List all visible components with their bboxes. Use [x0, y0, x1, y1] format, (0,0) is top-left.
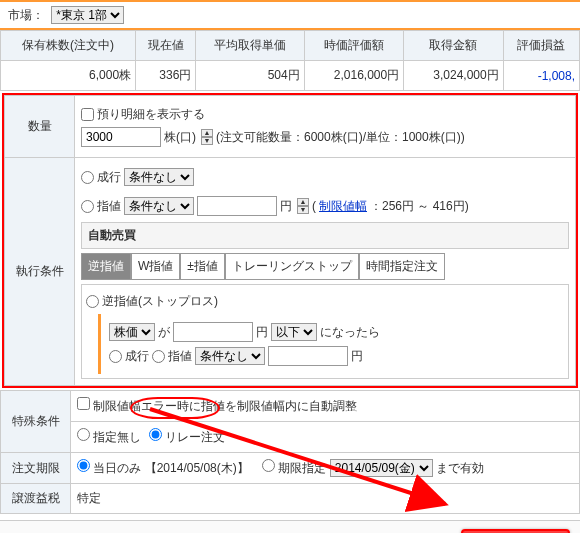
th-shares: 保有株数(注文中): [1, 31, 136, 61]
market-radio[interactable]: [81, 171, 94, 184]
special-label: 特殊条件: [1, 391, 71, 453]
period-txt: 期限指定: [278, 461, 326, 475]
market-bar: 市場： *東京 1部: [0, 0, 580, 30]
market-select[interactable]: *東京 1部: [51, 6, 124, 24]
exec-label: 執行条件: [5, 158, 75, 386]
tab-w[interactable]: W指値: [131, 253, 180, 280]
yen2: 円: [256, 324, 268, 341]
auto-adjust-cell: 制限値幅エラー時に指値を制限値幅内に自動調整: [71, 391, 580, 422]
show-detail-label: 預り明細を表示する: [97, 106, 205, 123]
special-none-radio[interactable]: [77, 428, 90, 441]
yen3: 円: [351, 348, 363, 365]
auto-adjust-checkbox[interactable]: [77, 397, 90, 410]
ga: が: [158, 324, 170, 341]
sl-limit-txt: 指値: [168, 348, 192, 365]
limit-spinner[interactable]: ▲▼: [297, 198, 309, 214]
limit-label-txt: 指値: [97, 198, 121, 215]
qty-cell: 預り明細を表示する 株(口) ▲▼ (注文可能数量：6000株(口)/単位：10…: [75, 96, 576, 158]
market-label-txt: 成行: [97, 169, 121, 186]
ninattara: になったら: [320, 324, 380, 341]
show-detail-checkbox[interactable]: [81, 108, 94, 121]
tab-time[interactable]: 時間指定注文: [359, 253, 445, 280]
confirm-button[interactable]: 確認画面へ: [461, 529, 570, 533]
auto-trade-title: 自動売買: [81, 222, 569, 249]
price-type-select[interactable]: 株価: [109, 323, 155, 341]
main-order-box: 数量 預り明細を表示する 株(口) ▲▼ (注文可能数量：6000株(口)/単位…: [2, 93, 578, 388]
table-row: 6,000株 336円 504円 2,016,000円 3,024,000円 -…: [1, 61, 580, 91]
period-date-select[interactable]: 2014/05/09(金): [330, 459, 433, 477]
limit-range-link[interactable]: 制限値幅: [319, 198, 367, 215]
auto-tabs: 逆指値 W指値 ±指値 トレーリングストップ 時間指定注文: [81, 253, 569, 280]
sl-cond-select[interactable]: 条件なし: [195, 347, 265, 365]
qty-input[interactable]: [81, 127, 161, 147]
th-avg: 平均取得単価: [196, 31, 304, 61]
tab-plusminus[interactable]: ±指値: [180, 253, 225, 280]
period-label: 注文期限: [1, 453, 71, 484]
limit-radio[interactable]: [81, 200, 94, 213]
period-suffix: まで有効: [436, 461, 484, 475]
confirm-row: 確認画面へ: [0, 520, 580, 533]
limit-price-input[interactable]: [197, 196, 277, 216]
sl-market-radio[interactable]: [109, 350, 122, 363]
tab-trailing[interactable]: トレーリングストップ: [225, 253, 359, 280]
th-pl: 評価損益: [503, 31, 579, 61]
relay-txt: リレー注文: [165, 430, 225, 444]
relay-radio[interactable]: [149, 428, 162, 441]
special-none-txt: 指定無し: [93, 430, 141, 444]
special-cell: 指定無し リレー注文: [71, 422, 580, 453]
tax-label: 譲渡益税: [1, 484, 71, 514]
limit-cond-select[interactable]: 条件なし: [124, 197, 194, 215]
period-radio[interactable]: [262, 459, 275, 472]
tax-value: 特定: [71, 484, 580, 514]
sl-price-input[interactable]: [268, 346, 348, 366]
th-mkt-val: 時価評価額: [304, 31, 404, 61]
stoploss-label: 逆指値(ストップロス): [102, 293, 218, 310]
qty-unit: 株(口): [164, 129, 196, 146]
today-txt: 当日のみ: [93, 461, 141, 475]
market-label: 市場：: [8, 8, 44, 22]
qty-spinner[interactable]: ▲▼: [201, 129, 213, 145]
stoploss-box: 逆指値(ストップロス) 株価 が 円 以下 になったら 成行: [81, 284, 569, 379]
cond-select[interactable]: 以下: [271, 323, 317, 341]
tab-reverse[interactable]: 逆指値: [81, 253, 131, 280]
sl-limit-radio[interactable]: [152, 350, 165, 363]
yen1: 円: [280, 198, 292, 215]
period-cell: 当日のみ 【2014/05/08(木)】 期限指定 2014/05/09(金) …: [71, 453, 580, 484]
exec-cell: 成行 条件なし 指値 条件なし 円 ▲▼ (制限値幅：256円 ～ 416円) …: [75, 158, 576, 386]
limit-range-txt: ：256円 ～ 416円): [370, 198, 469, 215]
sl-market-txt: 成行: [125, 348, 149, 365]
th-cost: 取得金額: [404, 31, 504, 61]
auto-adjust-txt: 制限値幅エラー時に指値を制限値幅内に自動調整: [93, 399, 357, 413]
today-radio[interactable]: [77, 459, 90, 472]
market-cond-select[interactable]: 条件なし: [124, 168, 194, 186]
trigger-price-input[interactable]: [173, 322, 253, 342]
qty-note: (注文可能数量：6000株(口)/単位：1000株(口)): [216, 129, 465, 146]
th-price: 現在値: [136, 31, 196, 61]
today-date: 【2014/05/08(木)】: [145, 461, 249, 475]
qty-label: 数量: [5, 96, 75, 158]
stoploss-radio[interactable]: [86, 295, 99, 308]
holdings-table: 保有株数(注文中) 現在値 平均取得単価 時価評価額 取得金額 評価損益 6,0…: [0, 30, 580, 91]
